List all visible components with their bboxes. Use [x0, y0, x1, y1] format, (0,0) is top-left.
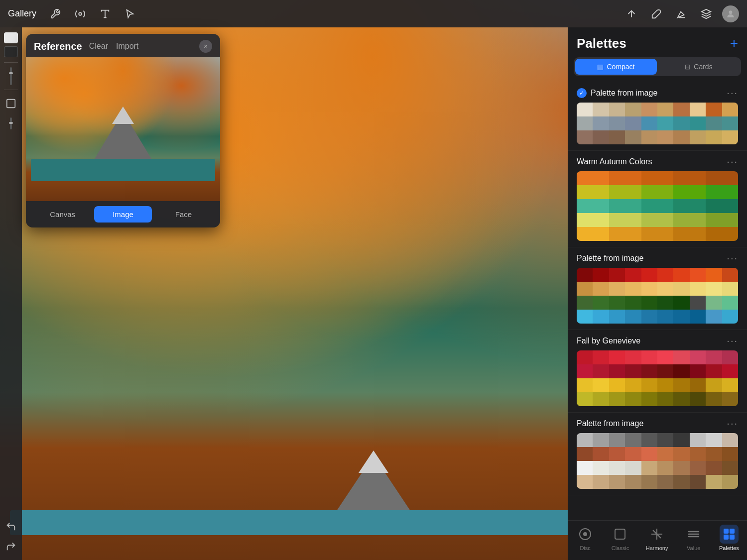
color-cell[interactable] — [609, 447, 625, 461]
color-cell[interactable] — [657, 447, 673, 461]
color-cell[interactable] — [722, 433, 738, 447]
color-cell[interactable] — [673, 461, 689, 475]
color-cell[interactable] — [577, 364, 593, 378]
color-cell[interactable] — [657, 103, 673, 116]
color-cell[interactable] — [641, 282, 657, 296]
smudge-icon[interactable] — [647, 5, 665, 23]
color-cell[interactable] — [673, 378, 689, 392]
color-cell[interactable] — [625, 282, 641, 296]
color-cell[interactable] — [641, 461, 657, 475]
color-cell[interactable] — [690, 392, 706, 406]
color-cell[interactable] — [577, 227, 609, 241]
harmony-tab[interactable]: Harmony — [638, 525, 676, 551]
color-cell[interactable] — [673, 296, 689, 310]
color-cell[interactable] — [609, 213, 641, 227]
color-cell[interactable] — [706, 282, 722, 296]
color-cell[interactable] — [593, 103, 609, 116]
color-cell[interactable] — [577, 350, 593, 364]
color-cell[interactable] — [706, 378, 722, 392]
color-cell[interactable] — [722, 116, 738, 130]
color-cell[interactable] — [625, 461, 641, 475]
color-cell[interactable] — [690, 364, 706, 378]
color-cell[interactable] — [593, 378, 609, 392]
color-cell[interactable] — [722, 130, 738, 144]
color-cell[interactable] — [577, 213, 609, 227]
color-cell[interactable] — [609, 310, 625, 324]
color-cell[interactable] — [690, 433, 706, 447]
color-cell[interactable] — [657, 268, 673, 282]
color-cell[interactable] — [706, 171, 738, 185]
color-cell[interactable] — [593, 447, 609, 461]
modify-icon[interactable] — [71, 5, 89, 23]
color-cell[interactable] — [657, 296, 673, 310]
classic-tab[interactable]: Classic — [603, 525, 637, 551]
reference-tab-canvas[interactable]: Canvas — [34, 206, 91, 223]
color-cell[interactable] — [577, 171, 609, 185]
color-cell[interactable] — [593, 310, 609, 324]
color-cell[interactable] — [609, 296, 625, 310]
lettering-icon[interactable] — [96, 5, 114, 23]
color-cell[interactable] — [706, 310, 722, 324]
color-cell[interactable] — [609, 350, 625, 364]
color-cell[interactable] — [690, 475, 706, 489]
undo-button[interactable] — [2, 518, 19, 535]
pen-tool-icon[interactable] — [622, 5, 640, 23]
color-cell[interactable] — [706, 199, 738, 213]
color-cell[interactable] — [722, 447, 738, 461]
color-cell[interactable] — [577, 116, 593, 130]
color-cell[interactable] — [673, 213, 706, 227]
palette-1-check[interactable]: ✓ — [577, 88, 587, 98]
color-cell[interactable] — [657, 433, 673, 447]
color-cell[interactable] — [722, 475, 738, 489]
disc-tab[interactable]: Disc — [568, 525, 603, 551]
color-cell[interactable] — [577, 310, 593, 324]
color-cell[interactable] — [641, 213, 674, 227]
color-cell[interactable] — [706, 364, 722, 378]
color-cell[interactable] — [625, 296, 641, 310]
selection-icon[interactable] — [121, 5, 139, 23]
color-cell[interactable] — [690, 461, 706, 475]
color-cell[interactable] — [673, 103, 689, 116]
color-cell[interactable] — [657, 350, 673, 364]
color-cell[interactable] — [690, 282, 706, 296]
color-cell[interactable] — [577, 433, 593, 447]
brush-size-slider[interactable] — [2, 68, 19, 85]
palettes-add-button[interactable]: + — [730, 35, 738, 51]
color-cell[interactable] — [625, 310, 641, 324]
color-cell[interactable] — [673, 227, 706, 241]
color-cell[interactable] — [609, 116, 625, 130]
background-color-swatch[interactable] — [4, 46, 18, 57]
color-cell[interactable] — [673, 185, 706, 199]
color-cell[interactable] — [641, 199, 674, 213]
color-cell[interactable] — [625, 103, 641, 116]
palette-1-more-button[interactable]: ··· — [727, 87, 738, 99]
color-cell[interactable] — [625, 392, 641, 406]
color-cell[interactable] — [641, 364, 657, 378]
color-cell[interactable] — [706, 185, 738, 199]
color-cell[interactable] — [657, 282, 673, 296]
color-cell[interactable] — [706, 130, 722, 144]
color-cell[interactable] — [577, 185, 609, 199]
color-cell[interactable] — [706, 227, 738, 241]
color-cell[interactable] — [593, 282, 609, 296]
color-cell[interactable] — [609, 433, 625, 447]
color-cell[interactable] — [625, 364, 641, 378]
color-cell[interactable] — [722, 282, 738, 296]
color-cell[interactable] — [690, 310, 706, 324]
color-cell[interactable] — [690, 296, 706, 310]
layers-icon[interactable] — [697, 5, 715, 23]
color-cell[interactable] — [657, 364, 673, 378]
color-cell[interactable] — [706, 116, 722, 130]
color-cell[interactable] — [609, 171, 641, 185]
color-cell[interactable] — [706, 447, 722, 461]
wrench-icon[interactable] — [46, 5, 64, 23]
color-cell[interactable] — [577, 199, 609, 213]
color-cell[interactable] — [577, 378, 593, 392]
color-cell[interactable] — [609, 282, 625, 296]
color-cell[interactable] — [625, 268, 641, 282]
color-cell[interactable] — [673, 475, 689, 489]
color-cell[interactable] — [609, 268, 625, 282]
color-cell[interactable] — [690, 268, 706, 282]
palette-4-more-button[interactable]: ··· — [727, 335, 738, 346]
color-cell[interactable] — [593, 130, 609, 144]
